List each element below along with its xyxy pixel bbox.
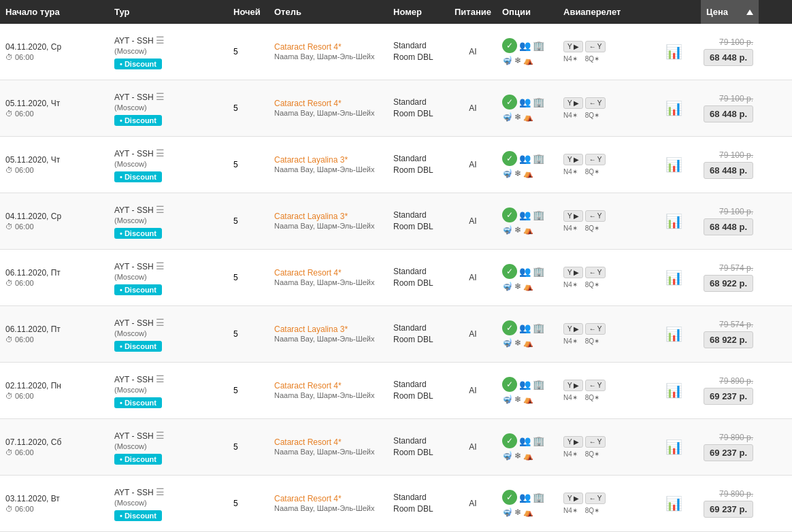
hotel-area: Naama Bay, Шарм-Эль-Шейх (274, 504, 375, 512)
flight-out-btn[interactable]: Y ▶ (563, 210, 583, 222)
price-new-button[interactable]: 68 922 р. (704, 275, 753, 292)
plane-right-icon: ▶ (574, 99, 579, 107)
list-icon[interactable]: ☰ (156, 261, 165, 271)
price-new-button[interactable]: 68 448 р. (704, 49, 753, 66)
chart-icon[interactable]: 📊 (665, 326, 682, 342)
hotel-link[interactable]: Cataract Layalina 3* (274, 212, 348, 221)
room-type: Standard Room DBL (393, 210, 433, 231)
table-row: 07.11.2020, Сб ⏱ 06:00 AYT - SSH ☰ (Mosc… (0, 419, 792, 476)
hotel-link[interactable]: Cataract Resort 4* (274, 494, 342, 503)
chart-icon[interactable]: 📊 (665, 156, 682, 173)
snorkel-icon: 🤿 (502, 508, 512, 517)
col-header-tour: Тур (109, 0, 228, 24)
plane-right-icon: ▶ (574, 269, 579, 276)
tent-icon: ⛺ (523, 282, 533, 291)
flight-out-btn[interactable]: Y ▶ (563, 380, 583, 391)
flight-code-8q: 8Q✶ (585, 281, 599, 288)
price-new-button[interactable]: 68 448 р. (704, 162, 753, 179)
flight-back-btn[interactable]: ← Y (585, 493, 606, 504)
list-icon[interactable]: ☰ (156, 430, 165, 441)
cell-hotel-8: Cataract Resort 4* Naama Bay, Шарм-Эль-Ш… (269, 432, 388, 462)
flight-back-btn[interactable]: ← Y (585, 210, 606, 222)
list-icon[interactable]: ☰ (156, 317, 165, 328)
cell-meal-8: AI (449, 437, 497, 457)
flight-out-btn[interactable]: Y ▶ (563, 41, 583, 52)
people-icon: 👥 (519, 266, 531, 277)
chart-icon[interactable]: 📊 (665, 213, 682, 229)
flight-out-btn[interactable]: Y ▶ (563, 97, 583, 109)
cell-hotel-1: Cataract Resort 4* Naama Bay, Шарм-Эль-Ш… (269, 37, 388, 67)
discount-badge: Discount (114, 284, 162, 295)
chart-icon[interactable]: 📊 (665, 495, 682, 512)
snorkel-icon: 🤿 (502, 169, 512, 178)
flight-out-btn[interactable]: Y ▶ (563, 493, 583, 504)
cell-tour-9: AYT - SSH ☰ (Moscow) Discount (109, 481, 228, 527)
chart-icon[interactable]: 📊 (665, 382, 682, 399)
price-new-button[interactable]: 68 448 р. (704, 105, 753, 122)
flight-out-btn[interactable]: Y ▶ (563, 267, 583, 278)
list-icon[interactable]: ☰ (156, 204, 165, 215)
cell-chart-9: 📊 (646, 490, 701, 517)
discount-badge: Discount (114, 115, 162, 126)
snowflake-icon: ❄ (514, 56, 521, 65)
flight-letter-y-out: Y (567, 99, 572, 107)
price-old: 79 100 р. (719, 150, 753, 160)
cell-hotel-6: Cataract Layalina 3* Naama Bay, Шарм-Эль… (269, 319, 388, 349)
list-icon[interactable]: ☰ (156, 373, 165, 384)
hotel-link[interactable]: Cataract Resort 4* (274, 42, 342, 52)
price-new-button[interactable]: 69 237 р. (704, 444, 753, 461)
list-icon[interactable]: ☰ (156, 148, 165, 159)
cell-room-1: Standard Room DBL (388, 35, 449, 69)
flight-back-btn[interactable]: ← Y (585, 41, 606, 52)
flight-letter-y-back: Y (597, 495, 602, 502)
flight-letter-y-back: Y (597, 382, 602, 389)
clock-icon: ⏱ (5, 505, 13, 513)
flight-back-btn[interactable]: ← Y (585, 323, 606, 335)
flight-back-btn[interactable]: ← Y (585, 436, 606, 448)
flight-letter-y-out: Y (567, 43, 572, 50)
hotel-link[interactable]: Cataract Layalina 3* (274, 155, 348, 165)
price-new-button[interactable]: 68 922 р. (704, 331, 753, 348)
flight-code-n4: N4✶ (563, 112, 578, 119)
cell-meal-6: AI (449, 324, 497, 344)
flight-back-btn[interactable]: ← Y (585, 267, 606, 278)
snowflake-icon: ❄ (514, 282, 521, 291)
price-new-button[interactable]: 69 237 р. (704, 388, 753, 405)
flight-code-n4: N4✶ (563, 55, 578, 63)
col-header-price[interactable]: Цена (701, 0, 759, 24)
room-type: Standard Room DBL (393, 41, 433, 62)
hotel-link[interactable]: Cataract Resort 4* (274, 381, 342, 390)
flight-code-n4: N4✶ (563, 394, 578, 401)
list-icon[interactable]: ☰ (156, 91, 165, 102)
room-type: Standard Room DBL (393, 267, 433, 288)
chart-icon[interactable]: 📊 (665, 100, 682, 116)
hotel-link[interactable]: Cataract Resort 4* (274, 99, 342, 108)
flight-out-btn[interactable]: Y ▶ (563, 323, 583, 335)
price-new-button[interactable]: 69 237 р. (704, 501, 753, 518)
hotel-link[interactable]: Cataract Layalina 3* (274, 325, 348, 334)
price-new-button[interactable]: 68 448 р. (704, 218, 753, 235)
chart-icon[interactable]: 📊 (665, 44, 682, 60)
chart-icon[interactable]: 📊 (665, 439, 682, 455)
flight-out-btn[interactable]: Y ▶ (563, 154, 583, 165)
flight-back-btn[interactable]: ← Y (585, 154, 606, 165)
flight-letter-y-back: Y (597, 156, 602, 163)
list-icon[interactable]: ☰ (156, 486, 165, 497)
plane-left-icon: ← (589, 438, 596, 446)
list-icon[interactable]: ☰ (156, 35, 165, 46)
cell-meal-2: AI (449, 98, 497, 118)
cell-flight-6: Y ▶ ← Y N4✶ 8Q✶ (558, 318, 646, 350)
cell-price-8: 79 890 р. 69 237 р. (701, 427, 759, 467)
date-text: 04.11.2020, Ср (5, 42, 103, 52)
flight-out-btn[interactable]: Y ▶ (563, 436, 583, 448)
plane-left-icon: ← (589, 269, 596, 276)
hotel-link[interactable]: Cataract Resort 4* (274, 437, 342, 447)
flight-back-btn[interactable]: ← Y (585, 97, 606, 109)
hotel-link[interactable]: Cataract Resort 4* (274, 268, 342, 278)
flight-back-btn[interactable]: ← Y (585, 380, 606, 391)
chart-icon[interactable]: 📊 (665, 269, 682, 286)
cell-nights-6: 5 (228, 324, 269, 344)
cell-tour-8: AYT - SSH ☰ (Moscow) Discount (109, 425, 228, 470)
people-icon: 👥 (519, 210, 531, 220)
tour-route: AYT - SSH ☰ (114, 148, 222, 159)
